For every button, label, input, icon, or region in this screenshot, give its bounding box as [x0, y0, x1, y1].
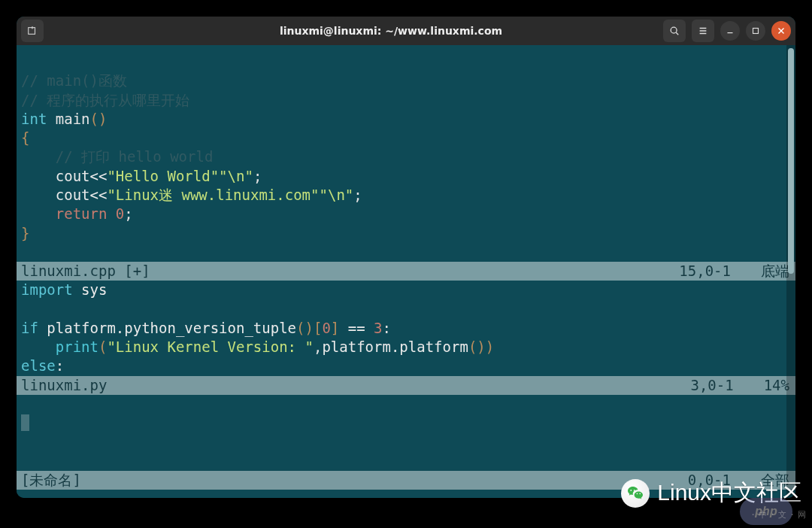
svg-line-4 [676, 32, 678, 35]
status-position: 3,0-1 [690, 376, 763, 395]
cn-label: ・中・文・网 [749, 509, 807, 520]
vertical-scrollbar[interactable] [786, 45, 795, 498]
svg-point-3 [671, 27, 677, 33]
close-button[interactable] [771, 21, 791, 41]
minimize-button[interactable] [720, 21, 740, 41]
search-icon [669, 26, 680, 36]
vim-pane-cpp: // main()函数 // 程序的执行从哪里开始 int main() { /… [17, 53, 795, 281]
vim-pane-unnamed: [未命名] 0,0-1 全部 [17, 395, 795, 490]
code-line: } [17, 224, 795, 243]
code-line: import sys [17, 281, 795, 299]
code-line: else: [17, 357, 795, 375]
cursor-line [17, 414, 795, 432]
terminal-window: linuxmi@linuxmi: ~/www.linuxmi.com [17, 17, 795, 498]
code-line: cout<<"Hello World""\n"; [17, 167, 795, 186]
menu-button[interactable] [692, 20, 714, 42]
minimize-icon [725, 26, 735, 36]
cursor [21, 414, 29, 431]
code-line: print("Linux Kernel Version: ",platform.… [17, 338, 795, 357]
vim-pane-python: import sys if platform.python_version_tu… [17, 281, 795, 394]
hamburger-icon [698, 26, 708, 36]
close-icon [776, 26, 786, 36]
wechat-icon [621, 479, 650, 508]
code-comment: // 程序的执行从哪里开始 [17, 91, 795, 110]
window-title: linuxmi@linuxmi: ~/www.linuxmi.com [141, 25, 641, 37]
new-tab-button[interactable] [21, 20, 44, 42]
vim-status-python: linuxmi.py 3,0-1 14% [17, 376, 795, 395]
new-tab-icon [27, 26, 38, 36]
status-filename: linuxmi.cpp [+] [21, 262, 150, 281]
svg-rect-0 [29, 28, 35, 35]
code-line: cout<<"Linux迷 www.linuxmi.com""\n"; [17, 186, 795, 205]
status-filename: [未命名] [21, 471, 81, 490]
code-line: if platform.python_version_tuple()[0] ==… [17, 319, 795, 338]
code-line: { [17, 129, 795, 147]
code-line: int main() [17, 110, 795, 129]
code-comment: // 打印 hello world [17, 147, 795, 166]
maximize-icon [750, 26, 761, 36]
code-line: return 0; [17, 205, 795, 223]
vim-status-cpp: linuxmi.cpp [+] 15,0-1 底端 [17, 262, 795, 281]
code-comment: // main()函数 [17, 71, 795, 90]
status-filename: linuxmi.py [21, 376, 107, 395]
scrollbar-thumb[interactable] [788, 48, 794, 274]
search-button[interactable] [663, 20, 686, 42]
svg-rect-9 [753, 29, 759, 34]
maximize-button[interactable] [746, 21, 765, 41]
titlebar: linuxmi@linuxmi: ~/www.linuxmi.com [17, 17, 795, 45]
terminal-body[interactable]: // main()函数 // 程序的执行从哪里开始 int main() { /… [17, 45, 795, 498]
status-position: 15,0-1 [679, 262, 761, 281]
